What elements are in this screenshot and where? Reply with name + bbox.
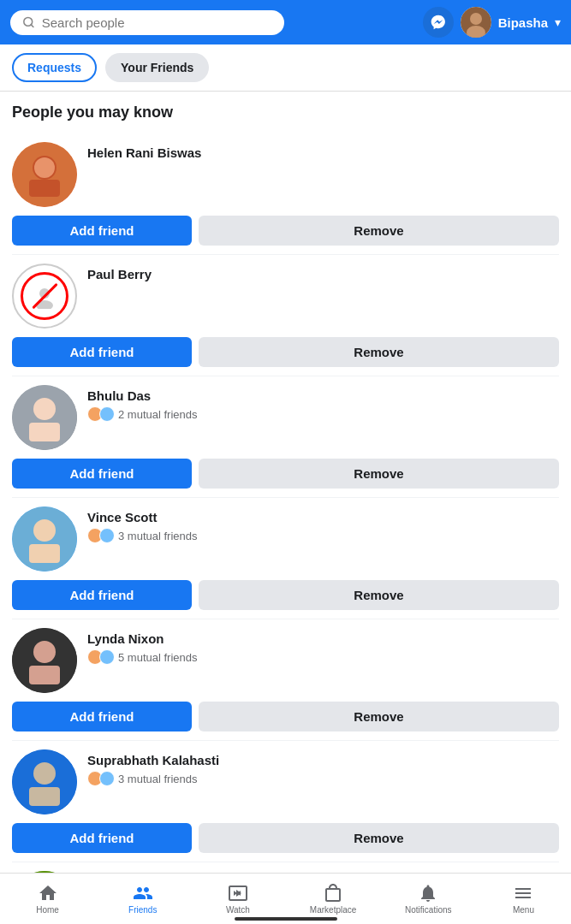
search-icon [22,15,35,29]
remove-button[interactable]: Remove [199,216,559,246]
search-bar[interactable] [10,10,284,35]
nav-home[interactable]: Home [0,874,95,924]
avatar [12,385,77,450]
add-friend-button[interactable]: Add friend [12,337,192,367]
mutual-friends: 3 mutual friends [87,771,559,786]
action-buttons: Add friend Remove [12,337,559,367]
svg-point-21 [33,762,56,785]
add-friend-button[interactable]: Add friend [12,702,192,732]
mutual-friends: 5 mutual friends [87,649,559,665]
svg-rect-19 [29,666,60,684]
svg-rect-13 [29,423,60,441]
svg-point-8 [34,157,55,178]
svg-point-18 [33,641,56,663]
person-info: Lynda Nixon 5 mutual friends [87,628,559,665]
svg-point-15 [33,519,56,542]
nav-friends[interactable]: Friends [95,874,190,924]
person-name: Helen Rani Biswas [87,145,559,160]
person-avatar-img [12,506,77,572]
person-info: Bhulu Das 2 mutual friends [87,385,559,422]
action-buttons: Add friend Remove [12,216,559,246]
avatar [12,628,77,693]
person-info: Vince Scott 3 mutual friends [87,506,559,543]
marketplace-icon [323,883,343,903]
user-avatar-icon [461,7,491,38]
nav-menu[interactable]: Menu [476,874,571,924]
person-card: Ayşe Ürper 23 mutual friends Add friend … [12,862,559,873]
person-info: Paul Berry [87,264,559,285]
person-card: Suprabhath Kalahasti 3 mutual friends Ad… [12,741,559,862]
nav-notifications[interactable]: Notifications [381,874,476,924]
add-friend-button[interactable]: Add friend [12,216,192,246]
avatar[interactable] [461,7,491,38]
svg-rect-16 [29,544,60,563]
tab-row: Requests Your Friends [0,44,571,92]
svg-point-12 [33,398,56,420]
mutual-avatar [99,771,115,786]
action-buttons: Add friend Remove [12,459,559,489]
person-card: Bhulu Das 2 mutual friends Add friend Re… [12,376,559,498]
svg-rect-22 [29,787,60,806]
svg-point-3 [470,13,482,25]
person-avatar-img [12,142,77,207]
person-card: Vince Scott 3 mutual friends Add friend … [12,498,559,619]
scrollable-content: Requests Your Friends People you may kno… [0,44,571,873]
friends-icon [133,883,153,903]
mutual-friends: 2 mutual friends [87,406,559,422]
avatar [12,749,77,814]
mutual-count: 2 mutual friends [118,408,198,421]
person-card: Lynda Nixon 5 mutual friends Add friend … [12,619,559,741]
svg-line-1 [31,25,33,27]
action-buttons: Add friend Remove [12,823,559,853]
remove-button[interactable]: Remove [199,702,559,732]
person-info: Helen Rani Biswas [87,142,559,163]
mutual-avatar [99,528,115,543]
person-name: Vince Scott [87,510,559,524]
nav-marketplace-label: Marketplace [310,905,356,915]
avatar [12,142,77,207]
nav-menu-label: Menu [513,905,534,915]
person-card: Paul Berry Add friend Remove [12,255,559,376]
remove-button[interactable]: Remove [199,823,559,853]
mutual-avatar [99,406,115,422]
messenger-icon [430,14,447,31]
menu-icon [513,883,533,903]
main-content: People you may know Helen Rani Biswas [0,92,571,873]
bottom-nav: Home Friends Watch Marketplace Notificat… [0,873,571,924]
mutual-count: 3 mutual friends [118,530,198,542]
chevron-down-icon[interactable]: ▾ [555,15,561,29]
notifications-icon [418,883,438,903]
mutual-avatars [87,528,115,543]
person-card: Helen Rani Biswas Add friend Remove [12,133,559,255]
add-friend-button[interactable]: Add friend [12,580,192,610]
remove-button[interactable]: Remove [199,580,559,610]
tab-requests[interactable]: Requests [12,53,97,82]
watch-icon [228,883,248,903]
avatar [12,264,77,329]
mutual-friends: 3 mutual friends [87,528,559,543]
person-name: Paul Berry [87,267,559,281]
messenger-button[interactable] [423,7,454,38]
person-avatar-img [12,385,77,450]
mutual-avatars [87,771,115,786]
mutual-avatars [87,406,115,422]
person-avatar-img [12,628,77,693]
add-friend-button[interactable]: Add friend [12,823,192,853]
person-info: Suprabhath Kalahasti 3 mutual friends [87,749,559,786]
tab-your-friends[interactable]: Your Friends [105,53,209,82]
mutual-count: 3 mutual friends [118,773,198,785]
person-name: Lynda Nixon [87,631,559,646]
remove-button[interactable]: Remove [199,459,559,489]
app-header: Bipasha ▾ [0,0,571,44]
mutual-avatars [87,649,115,665]
avatar [12,506,77,572]
mutual-avatar [99,649,115,665]
user-name: Bipasha [498,15,548,30]
nav-friends-label: Friends [128,905,157,915]
home-indicator [235,917,337,921]
action-buttons: Add friend Remove [12,702,559,732]
add-friend-button[interactable]: Add friend [12,459,192,489]
remove-button[interactable]: Remove [199,337,559,367]
search-input[interactable] [42,15,272,30]
nav-home-label: Home [36,905,59,915]
